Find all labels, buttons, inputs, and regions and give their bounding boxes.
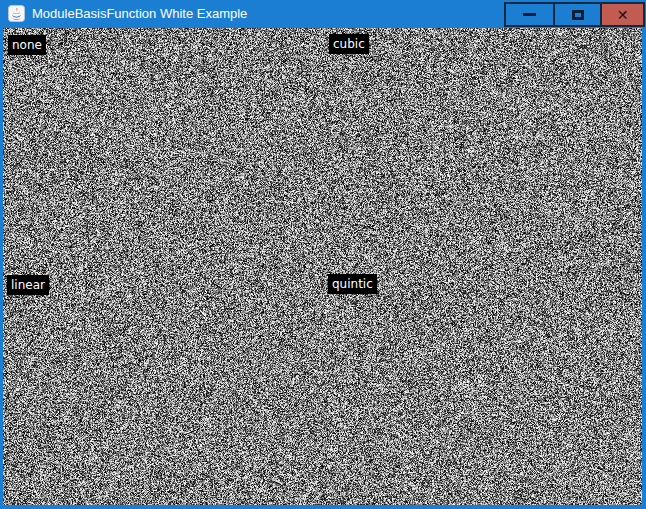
minimize-icon — [523, 13, 536, 16]
app-window: ModuleBasisFunction White Example ✕ none… — [0, 0, 646, 509]
noise-viewport — [3, 28, 642, 505]
maximize-button[interactable] — [553, 2, 602, 27]
titlebar[interactable]: ModuleBasisFunction White Example ✕ — [0, 0, 646, 28]
close-button[interactable]: ✕ — [600, 2, 645, 27]
java-app-icon[interactable] — [8, 5, 25, 22]
region-label-cubic: cubic — [329, 34, 369, 54]
region-label-quintic: quintic — [328, 274, 377, 294]
maximize-icon — [572, 10, 584, 20]
window-controls: ✕ — [506, 2, 645, 27]
noise-canvas — [3, 28, 642, 505]
window-title: ModuleBasisFunction White Example — [32, 0, 247, 28]
close-icon: ✕ — [617, 8, 629, 22]
region-label-none: none — [8, 35, 46, 55]
java-coffee-cup-icon — [8, 5, 25, 22]
region-label-linear: linear — [7, 275, 49, 295]
minimize-button[interactable] — [504, 2, 555, 27]
